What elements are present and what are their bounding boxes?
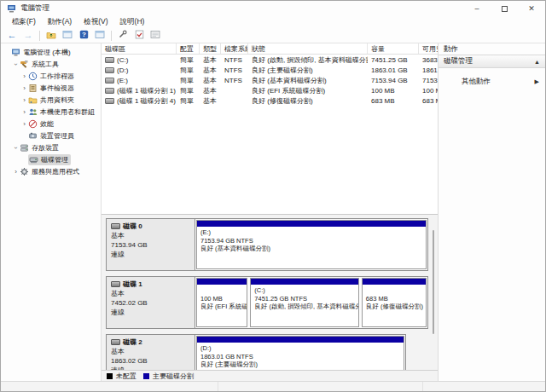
sidebar-item-效能[interactable]: ›效能 — [1, 118, 101, 130]
partition-color-band — [363, 279, 426, 285]
sidebar-item-工作排程器[interactable]: ›工作排程器 — [1, 70, 101, 82]
graphical-view: 磁碟 0基本7153.94 GB連線(E:)7153.94 GB NTFS良好 … — [102, 214, 438, 381]
sidebar-item-系統工具[interactable]: ›系統工具 — [1, 58, 101, 70]
tree-item-content: 服務與應用程式 — [20, 167, 79, 176]
column-header-配置[interactable]: 配置 — [177, 43, 200, 54]
tree-item-content: 事件檢視器 — [28, 84, 74, 93]
more-actions-item[interactable]: 其他動作 ▶ — [439, 76, 545, 88]
console-window-icon — [62, 30, 73, 41]
sidebar-item-事件檢視器[interactable]: ›事件檢視器 — [1, 82, 101, 94]
sidebar-item-服務與應用程式[interactable]: ›服務與應用程式 — [1, 165, 101, 177]
sidebar-item-磁碟管理[interactable]: 磁碟管理 — [1, 153, 101, 165]
toolbar-button-forward[interactable]: → — [21, 30, 35, 42]
menu-item[interactable]: 檔案(F) — [6, 16, 42, 28]
cell-狀態: 良好 (啟動, 損毀傾印, 基本資料磁碟分割) — [248, 55, 368, 65]
cell-磁碟區: (磁碟 1 磁碟分割 4) — [102, 95, 177, 106]
expanded-chevron-icon[interactable]: › — [12, 144, 20, 152]
table-row[interactable]: (D:)簡單基本NTFS良好 (主要磁碟分割)1863.01 GB1861 — [102, 65, 438, 75]
cell-可用空間: 100 M — [419, 85, 438, 95]
toolbar-separator — [111, 31, 112, 41]
sidebar-item-共用資料夾[interactable]: ›共用資料夾 — [1, 94, 101, 106]
toolbar-button-console-window[interactable] — [61, 30, 74, 42]
column-header-類型[interactable]: 類型 — [200, 43, 221, 54]
partition-info: (E:)7153.94 GB NTFS良好 (基本資料磁碟分割) — [197, 227, 426, 253]
volume-icon — [105, 88, 114, 94]
unallocated-swatch — [107, 373, 113, 379]
cell-可用空間: 3683 — [419, 55, 438, 65]
partition-(E:)[interactable]: (E:)7153.94 GB NTFS良好 (基本資料磁碟分割) — [196, 220, 427, 269]
partition-683 MB[interactable]: 683 MB良好 (修復磁碟分割) — [362, 278, 427, 327]
toolbar-button-console-window[interactable] — [93, 30, 107, 42]
column-header-容量[interactable]: 容量 — [368, 43, 419, 54]
actions-header: 動作 — [439, 43, 545, 55]
table-row[interactable]: (磁碟 1 磁碟分割 1)簡單基本良好 (EFI 系統磁碟分割)100 MB10… — [102, 85, 438, 95]
computer-management-window: 電腦管理 – ✕ 檔案(F)動作(A)檢視(V)說明(H) ←→? 電腦管理 (… — [0, 0, 546, 392]
partition-100 MB[interactable]: 100 MB良好 (EFI 系統磁碟分割) — [196, 278, 247, 327]
main-content: 電腦管理 (本機)›系統工具›工作排程器›事件檢視器›共用資料夾›本機使用者和群… — [1, 43, 545, 381]
menu-item[interactable]: 動作(A) — [42, 16, 78, 28]
column-header-磁碟區[interactable]: 磁碟區 — [102, 43, 177, 54]
maximize-button[interactable] — [491, 1, 518, 16]
vertical-scrollbar[interactable] — [433, 230, 434, 334]
toolbar-button-check-task[interactable] — [132, 30, 146, 42]
volume-icon — [105, 67, 114, 73]
table-row[interactable]: (C:)簡單基本NTFS良好 (啟動, 損毀傾印, 基本資料磁碟分割)7451.… — [102, 55, 438, 65]
tree-item-content: 共用資料夾 — [28, 95, 74, 105]
toolbar-button-help[interactable]: ? — [77, 30, 90, 42]
cell-狀態: 良好 (修復磁碟分割) — [248, 95, 368, 106]
collapsed-chevron-icon[interactable]: › — [20, 72, 28, 80]
cell-狀態: 良好 (主要磁碟分割) — [248, 65, 368, 75]
toolbar-button-wrench[interactable] — [116, 30, 130, 42]
sidebar-item-裝置管理員[interactable]: 裝置管理員 — [1, 130, 101, 141]
sidebar-item-存放裝置[interactable]: ›存放裝置 — [1, 141, 101, 153]
tree-item-content: 本機使用者和群組 — [28, 107, 95, 117]
disk-label: 磁碟 2基本1863.02 GB連線 — [107, 335, 195, 370]
collapsed-chevron-icon[interactable]: › — [20, 84, 28, 92]
partition-info: 683 MB良好 (修復磁碟分割) — [363, 285, 426, 311]
tree-item-content: 磁碟管理 — [28, 154, 71, 165]
collapse-icon[interactable]: ▲ — [534, 59, 540, 65]
partitions: 100 MB良好 (EFI 系統磁碟分割)(C:)7451.25 GB NTFS… — [195, 277, 427, 328]
close-button[interactable]: ✕ — [518, 1, 545, 16]
partition-(D:)[interactable]: (D:)1863.01 GB NTFS良好 (主要磁碟分割) — [196, 336, 404, 370]
toolbar-button-back[interactable]: ← — [5, 30, 19, 42]
cell-容量: 683 MB — [368, 95, 419, 106]
table-row[interactable]: (磁碟 1 磁碟分割 4)簡單基本良好 (修復磁碟分割)683 MB683 M — [102, 95, 438, 106]
table-row[interactable]: (E:)簡單基本NTFS良好 (基本資料磁碟分割)7153.94 GB7153 — [102, 75, 438, 85]
title-bar: 電腦管理 – ✕ — [1, 1, 545, 16]
toolbar-button-folder-up[interactable] — [44, 30, 58, 42]
tree-item-content: 存放裝置 — [20, 143, 59, 153]
expanded-chevron-icon[interactable]: › — [12, 61, 20, 68]
column-header-狀態[interactable]: 狀態 — [248, 43, 368, 54]
disk-meta: 連線 — [111, 250, 190, 259]
cell-可用空間: 1861 — [419, 65, 438, 75]
partition-(C:)[interactable]: (C:)7451.25 GB NTFS良好 (啟動, 損毀傾印, 基本資料磁碟分… — [250, 278, 359, 327]
disk-icon — [111, 223, 120, 229]
window-controls: – ✕ — [463, 1, 545, 16]
actions-group-disk-management[interactable]: 磁碟管理 ▲ — [439, 55, 545, 68]
toolbar-button-properties[interactable] — [148, 30, 162, 42]
column-header-檔案系統[interactable]: 檔案系統 — [221, 43, 248, 54]
disk-meta: 1863.02 GB — [111, 356, 190, 366]
collapsed-chevron-icon[interactable]: › — [20, 96, 28, 104]
column-header-可用空間[interactable]: 可用空間 — [419, 43, 438, 54]
sidebar-item-本機使用者和群組[interactable]: ›本機使用者和群組 — [1, 106, 101, 118]
cell-配置: 簡單 — [177, 85, 200, 95]
sidebar-item-電腦管理 (本機)[interactable]: 電腦管理 (本機) — [1, 46, 101, 58]
partitions: (D:)1863.01 GB NTFS良好 (主要磁碟分割) — [195, 335, 405, 370]
minimize-button[interactable]: – — [463, 1, 491, 16]
partition-info: (C:)7451.25 GB NTFS良好 (啟動, 損毀傾印, 基本資料磁碟分… — [251, 285, 358, 311]
folder-up-icon — [46, 30, 56, 41]
menu-item[interactable]: 說明(H) — [114, 16, 151, 28]
collapsed-chevron-icon[interactable]: › — [20, 120, 28, 128]
cell-檔案系統 — [221, 95, 248, 106]
collapsed-chevron-icon[interactable]: › — [20, 108, 28, 116]
menu-item[interactable]: 檢視(V) — [78, 16, 113, 28]
cell-配置: 簡單 — [177, 75, 200, 85]
tree-item-label: 服務與應用程式 — [32, 167, 79, 176]
collapsed-chevron-icon[interactable]: › — [12, 168, 20, 176]
tree-item-label: 系統工具 — [32, 60, 59, 69]
cell-配置: 簡單 — [177, 65, 200, 75]
cell-類型: 基本 — [200, 55, 221, 65]
cell-容量: 7153.94 GB — [368, 75, 419, 85]
